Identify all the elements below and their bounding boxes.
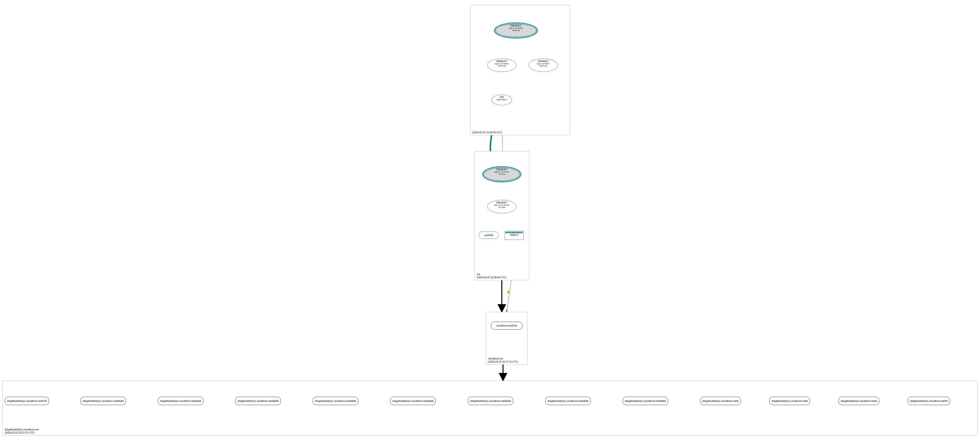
leaf-record-label: d3ag4hukkh62yn.cloudfront.net/SOA <box>7 400 47 402</box>
root-zsk2-title: DNSKEY <box>529 60 558 63</box>
zone-net-name: net <box>477 273 507 276</box>
root-ksk: DNSKEY alg=8, id=20326 2048 bits <box>494 22 538 38</box>
net-ksk-alg: alg=13, id=37331 <box>483 171 520 173</box>
leaf-record: d3ag4hukkh62yn.cloudfront.net/A <box>769 397 810 405</box>
net-nsec3: NSEC3 <box>505 231 524 240</box>
zone-leaf-name: d3ag4hukkh62yn.cloudfront.net <box>5 428 39 431</box>
zone-leaf-timestamp: (2024-03-25 20:27:21 UTC) <box>5 431 39 435</box>
net-nsec3-label: NSEC3 <box>506 234 523 236</box>
dnssec-diagram: . (2024-03-25 15:09:26 UTC) DNSKEY alg=8… <box>0 0 980 437</box>
zone-cloudfront: cloudfront.net (2024-03-25 20:27:15 UTC) <box>486 312 527 365</box>
leaf-record-label: d3ag4hukkh62yn.cloudfront.net/A <box>702 400 738 402</box>
root-zsk2: DNSKEY alg=8, id=5613 2048 bits <box>528 59 558 72</box>
root-ksk-title: DNSKEY <box>495 24 537 27</box>
zone-net-label: net (2024-03-25 18:38:44 UTC) <box>477 273 507 279</box>
leaf-record-label: d3ag4hukkh62yn.cloudfront.net/AAAA <box>160 400 201 402</box>
leaf-record: d3ag4hukkh62yn.cloudfront.net/AAAA <box>158 397 204 405</box>
leaf-record: d3ag4hukkh62yn.cloudfront.net/AAAA <box>313 397 358 405</box>
zone-root-name: . <box>473 128 502 131</box>
zone-cloudfront-label: cloudfront.net (2024-03-25 20:27:15 UTC) <box>488 357 518 364</box>
leaf-record: d3ag4hukkh62yn.cloudfront.net/AAAA <box>468 397 513 405</box>
leaf-record: d3ag4hukkh62yn.cloudfront.net/AAAA <box>80 397 126 405</box>
leaf-record: d3ag4hukkh62yn.cloudfront.net/AAAA <box>545 397 591 405</box>
leaf-record: d3ag4hukkh62yn.cloudfront.net/A <box>700 397 741 405</box>
leaf-record: d3ag4hukkh62yn.cloudfront.net/NS <box>908 397 950 405</box>
root-zsk1-title: DNSKEY <box>487 60 516 63</box>
leaf-record-label: d3ag4hukkh62yn.cloudfront.net/A <box>841 400 877 402</box>
leaf-record: d3ag4hukkh62yn.cloudfront.net/AAAA <box>390 397 436 405</box>
leaf-record: d3ag4hukkh62yn.cloudfront.net/A <box>838 397 879 405</box>
net-ksk: DNSKEY alg=13, id=37331 512 bits <box>482 166 521 182</box>
leaf-record-label: d3ag4hukkh62yn.cloudfront.net/AAAA <box>315 400 356 402</box>
leaf-record: d3ag4hukkh62yn.cloudfront.net/AAAA <box>623 397 668 405</box>
leaf-record-label: d3ag4hukkh62yn.cloudfront.net/AAAA <box>547 400 589 402</box>
leaf-record-label: d3ag4hukkh62yn.cloudfront.net/AAAA <box>625 400 666 402</box>
root-zsk2-bits: 2048 bits <box>529 65 558 67</box>
zone-cloudfront-name: cloudfront.net <box>488 357 518 360</box>
zone-root-label: . (2024-03-25 15:09:26 UTC) <box>473 128 502 134</box>
cloudfront-soa-label: cloudfront.net/SOA <box>496 324 517 327</box>
leaf-record: d3ag4hukkh62yn.cloudfront.net/SOA <box>5 397 49 405</box>
zone-leaf-label: d3ag4hukkh62yn.cloudfront.net (2024-03-2… <box>5 428 39 434</box>
root-ds-digest: digest alg=2 <box>492 99 512 100</box>
leaf-record-label: d3ag4hukkh62yn.cloudfront.net/AAAA <box>393 400 434 402</box>
root-ds: DS digest alg=2 <box>492 94 512 105</box>
nsec3-hashbar <box>506 232 523 233</box>
leaf-record-label: d3ag4hukkh62yn.cloudfront.net/AAAA <box>83 400 124 402</box>
zone-root-timestamp: (2024-03-25 15:09:26 UTC) <box>473 131 502 134</box>
leaf-record-label: d3ag4hukkh62yn.cloudfront.net/A <box>772 400 808 402</box>
net-soa: net/SOA <box>479 231 499 239</box>
zone-leaf: d3ag4hukkh62yn.cloudfront.net (2024-03-2… <box>2 381 978 435</box>
leaf-record-label: d3ag4hukkh62yn.cloudfront.net/AAAA <box>470 400 511 402</box>
net-zsk: DNSKEY alg=13, id=34730 512 bits <box>487 200 516 213</box>
root-zsk2-alg: alg=8, id=5613 <box>529 63 558 65</box>
net-soa-label: net/SOA <box>484 234 493 237</box>
leaf-record-label: d3ag4hukkh62yn.cloudfront.net/AAAA <box>237 400 279 402</box>
root-zsk1-bits: 2048 bits <box>487 65 516 67</box>
root-ksk-bits: 2048 bits <box>495 29 537 32</box>
leaf-record: d3ag4hukkh62yn.cloudfront.net/AAAA <box>235 397 281 405</box>
root-ksk-alg: alg=8, id=20326 <box>495 27 537 29</box>
cloudfront-soa: cloudfront.net/SOA <box>491 322 522 330</box>
net-ksk-title: DNSKEY <box>483 168 520 171</box>
net-zsk-alg: alg=13, id=34730 <box>487 204 516 206</box>
root-zsk1-alg: alg=8, id=30903 <box>487 63 516 65</box>
net-zsk-title: DNSKEY <box>487 201 516 204</box>
leaf-record-label: d3ag4hukkh62yn.cloudfront.net/NS <box>910 400 948 402</box>
net-ksk-bits: 512 bits <box>483 173 520 175</box>
net-zsk-bits: 512 bits <box>487 206 516 208</box>
root-zsk1: DNSKEY alg=8, id=30903 2048 bits <box>487 59 516 72</box>
zone-cloudfront-timestamp: (2024-03-25 20:27:15 UTC) <box>488 360 518 364</box>
zone-net-timestamp: (2024-03-25 18:38:44 UTC) <box>477 276 507 279</box>
warning-icon <box>507 290 511 293</box>
root-ds-title: DS <box>492 96 512 99</box>
